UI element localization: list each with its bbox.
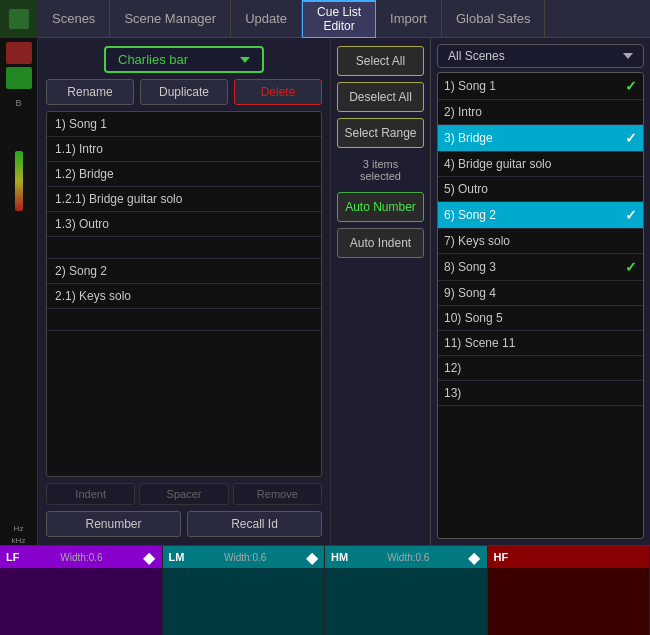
freq-band-hm-header: HM Width:0.6 ◆ (325, 546, 487, 568)
recall-id-button[interactable]: Recall Id (187, 511, 322, 537)
deselect-all-button[interactable]: Deselect All (337, 82, 424, 112)
check-icon-3: ✓ (625, 130, 637, 146)
right-scene-item-9[interactable]: 9) Song 4 (438, 281, 643, 306)
strip-btn-red[interactable] (6, 42, 32, 64)
strip-label-khz: kHz (12, 536, 26, 545)
freq-band-lf-header: LF Width:0.6 ◆ (0, 546, 162, 568)
check-icon-6: ✓ (625, 207, 637, 223)
right-scene-item-6[interactable]: 6) Song 2 ✓ (438, 202, 643, 229)
center-panel: Charlies bar Rename Duplicate Delete 1) … (38, 38, 330, 545)
strip-btn-green[interactable] (6, 67, 32, 89)
auto-number-button[interactable]: Auto Number (337, 192, 424, 222)
scene-item-keys-solo[interactable]: 2.1) Keys solo (47, 284, 321, 309)
right-scene-item-12[interactable]: 12) (438, 356, 643, 381)
lf-label: LF (6, 551, 19, 563)
scene-item-outro[interactable]: 1.3) Outro (47, 212, 321, 237)
scene-item-intro[interactable]: 1.1) Intro (47, 137, 321, 162)
tab-cue-list-editor[interactable]: Cue ListEditor (302, 0, 376, 38)
right-scene-item-8[interactable]: 8) Song 3 ✓ (438, 254, 643, 281)
scene-list: 1) Song 1 1.1) Intro 1.2) Bridge 1.2.1) … (46, 111, 322, 477)
strip-label-hz: Hz (14, 524, 24, 533)
lf-width: Width:0.6 (60, 552, 102, 563)
tab-scenes[interactable]: Scenes (38, 0, 110, 38)
dropdown-arrow-icon (240, 57, 250, 63)
duplicate-button[interactable]: Duplicate (140, 79, 228, 105)
logo-area (0, 0, 38, 38)
action-buttons-row: Rename Duplicate Delete (46, 79, 322, 105)
right-scene-list: 1) Song 1 ✓ 2) Intro 3) Bridge ✓ 4) Brid… (437, 72, 644, 539)
scene-item-empty2[interactable] (47, 309, 321, 331)
right-list-panel: All Scenes 1) Song 1 ✓ 2) Intro 3) Bridg… (430, 38, 650, 545)
hf-label: HF (494, 551, 509, 563)
lm-arrow-icon: ◆ (306, 548, 318, 567)
tab-import[interactable]: Import (376, 0, 442, 38)
bottom-buttons-row: Renumber Recall Id (46, 511, 322, 537)
check-icon-8: ✓ (625, 259, 637, 275)
tab-update[interactable]: Update (231, 0, 302, 38)
freq-bands: LF Width:0.6 ◆ LM Width:0.6 ◆ HM Width:0… (0, 545, 650, 635)
left-strip: B Hz kHz (0, 38, 38, 545)
right-dropdown-arrow-icon (623, 53, 633, 59)
charlies-bar-dropdown[interactable]: Charlies bar (104, 46, 264, 73)
lm-width: Width:0.6 (224, 552, 266, 563)
right-scene-item-2[interactable]: 2) Intro (438, 100, 643, 125)
right-scene-item-7[interactable]: 7) Keys solo (438, 229, 643, 254)
misc-buttons-row: Indent Spacer Remove (46, 483, 322, 505)
scene-item-song1[interactable]: 1) Song 1 (47, 112, 321, 137)
right-scene-item-1[interactable]: 1) Song 1 ✓ (438, 73, 643, 100)
freq-band-hf-header: HF (488, 546, 650, 568)
select-range-button[interactable]: Select Range (337, 118, 424, 148)
scene-item-bridge[interactable]: 1.2) Bridge (47, 162, 321, 187)
lm-body (165, 570, 323, 633)
indent-button[interactable]: Indent (46, 483, 135, 505)
level-meter (15, 151, 23, 211)
freq-band-lm-header: LM Width:0.6 ◆ (163, 546, 325, 568)
hm-width: Width:0.6 (387, 552, 429, 563)
right-scene-item-3[interactable]: 3) Bridge ✓ (438, 125, 643, 152)
right-scene-item-5[interactable]: 5) Outro (438, 177, 643, 202)
lf-body (2, 570, 160, 633)
check-icon-1: ✓ (625, 78, 637, 94)
tab-global-safes[interactable]: Global Safes (442, 0, 545, 38)
right-scene-item-10[interactable]: 10) Song 5 (438, 306, 643, 331)
remove-button[interactable]: Remove (233, 483, 322, 505)
hm-arrow-icon: ◆ (468, 548, 480, 567)
right-scene-item-13[interactable]: 13) (438, 381, 643, 406)
right-scene-item-11[interactable]: 11) Scene 11 (438, 331, 643, 356)
rename-button[interactable]: Rename (46, 79, 134, 105)
auto-indent-button[interactable]: Auto Indent (337, 228, 424, 258)
scene-item-bridge-guitar[interactable]: 1.2.1) Bridge guitar solo (47, 187, 321, 212)
tab-scene-manager[interactable]: Scene Manager (110, 0, 231, 38)
hf-body (490, 570, 648, 633)
lm-label: LM (169, 551, 185, 563)
freq-band-lf: LF Width:0.6 ◆ (0, 546, 163, 635)
hm-body (327, 570, 485, 633)
right-action-panel: Select All Deselect All Select Range 3 i… (330, 38, 430, 545)
freq-band-lm: LM Width:0.6 ◆ (163, 546, 326, 635)
lf-arrow-icon: ◆ (143, 548, 155, 567)
scene-item-empty1[interactable] (47, 237, 321, 259)
select-all-button[interactable]: Select All (337, 46, 424, 76)
right-scene-item-4[interactable]: 4) Bridge guitar solo (438, 152, 643, 177)
renumber-button[interactable]: Renumber (46, 511, 181, 537)
items-selected-label: 3 itemsselected (337, 154, 424, 186)
hm-label: HM (331, 551, 348, 563)
delete-button[interactable]: Delete (234, 79, 322, 105)
strip-label-b: B (15, 98, 21, 108)
all-scenes-dropdown[interactable]: All Scenes (437, 44, 644, 68)
scene-item-song2[interactable]: 2) Song 2 (47, 259, 321, 284)
freq-band-hm: HM Width:0.6 ◆ (325, 546, 488, 635)
spacer-button[interactable]: Spacer (139, 483, 228, 505)
freq-band-hf: HF (488, 546, 651, 635)
